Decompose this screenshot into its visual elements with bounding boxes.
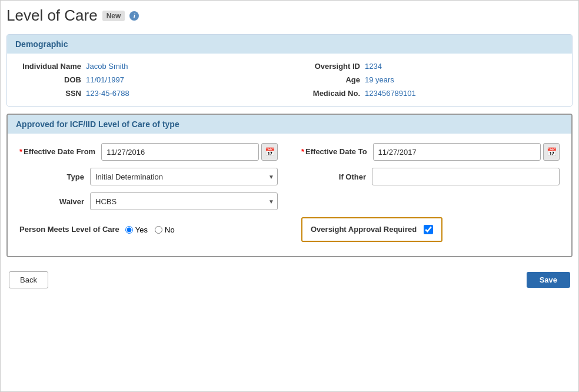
effective-to-label: *Effective Date To	[301, 147, 367, 157]
radio-no-label[interactable]: No	[155, 225, 175, 234]
oversight-approval-label: Oversight Approval Required	[311, 224, 417, 235]
back-button[interactable]: Back	[9, 271, 48, 288]
person-meets-field-row: Person Meets Level of Care Yes No	[19, 217, 278, 242]
waiver-field-row: Waiver HCBS Other ▼	[19, 192, 278, 210]
ssn-label: SSN	[16, 89, 81, 98]
medicaid-row: Medicaid No. 123456789101	[295, 89, 563, 98]
waiver-label: Waiver	[19, 197, 84, 206]
page-title-row: Level of Care New i	[6, 6, 573, 25]
individual-name-value: Jacob Smith	[86, 62, 128, 71]
oversight-container: Oversight Approval Required	[301, 217, 560, 242]
demographic-header: Demographic	[7, 35, 572, 54]
page-title: Level of Care	[6, 6, 98, 25]
effective-to-calendar-btn[interactable]: 📅	[543, 143, 560, 161]
effective-from-input-wrap: 📅	[101, 143, 278, 161]
medicaid-value: 123456789101	[365, 89, 416, 98]
if-other-label: If Other	[301, 172, 366, 181]
radio-yes-label[interactable]: Yes	[125, 225, 148, 234]
dob-value: 11/01/1997	[86, 75, 124, 84]
person-meets-label: Person Meets Level of Care	[19, 224, 119, 235]
save-button[interactable]: Save	[527, 272, 570, 288]
approved-header: Approved for ICF/IID Level of Care of ty…	[8, 115, 571, 134]
demographic-grid: Individual Name Jacob Smith DOB 11/01/19…	[16, 62, 563, 98]
waiver-select[interactable]: HCBS Other	[90, 192, 278, 210]
radio-no-input[interactable]	[155, 226, 162, 234]
oversight-id-value: 1234	[365, 62, 382, 71]
effective-date-from-input[interactable]	[101, 143, 259, 161]
effective-from-row: *Effective Date From 📅	[19, 143, 278, 161]
medicaid-label: Medicaid No.	[295, 89, 360, 98]
person-meets-row: Person Meets Level of Care Yes No	[19, 217, 560, 242]
approved-section: Approved for ICF/IID Level of Care of ty…	[6, 114, 573, 257]
approved-body: *Effective Date From 📅 *Effective Date T…	[8, 134, 571, 256]
waiver-select-wrap: HCBS Other ▼	[90, 192, 278, 210]
individual-name-label: Individual Name	[16, 62, 81, 71]
radio-yes-input[interactable]	[125, 226, 133, 234]
effective-date-to-input[interactable]	[373, 143, 541, 161]
dob-row: DOB 11/01/1997	[16, 75, 284, 84]
new-badge: New	[102, 11, 125, 21]
dob-label: DOB	[16, 75, 81, 84]
waiver-right-empty	[301, 192, 560, 210]
effective-from-label: *Effective Date From	[19, 147, 95, 157]
oversight-approval-box: Oversight Approval Required	[301, 217, 442, 242]
age-label: Age	[295, 75, 360, 84]
ssn-row: SSN 123-45-6788	[16, 89, 284, 98]
oversight-id-label: Oversight ID	[295, 62, 360, 71]
effective-to-input-wrap: 📅	[373, 143, 560, 161]
person-meets-radio-group: Yes No	[125, 225, 175, 234]
effective-to-row: *Effective Date To 📅	[301, 143, 560, 161]
info-icon[interactable]: i	[129, 11, 139, 21]
demographic-section: Demographic Individual Name Jacob Smith …	[6, 34, 573, 107]
type-label: Type	[19, 172, 84, 181]
type-field-row: Type Initial Determination Re-determinat…	[19, 168, 278, 185]
if-other-input[interactable]	[372, 168, 560, 185]
page-wrapper: Level of Care New i Demographic Individu…	[0, 0, 579, 392]
demographic-left: Individual Name Jacob Smith DOB 11/01/19…	[16, 62, 284, 98]
individual-name-row: Individual Name Jacob Smith	[16, 62, 284, 71]
age-value: 19 years	[365, 75, 394, 84]
effective-from-calendar-btn[interactable]: 📅	[261, 143, 278, 161]
type-select-wrap: Initial Determination Re-determination O…	[90, 168, 278, 185]
ssn-value: 123-45-6788	[86, 89, 129, 98]
if-other-row: If Other	[301, 168, 560, 185]
dates-row: *Effective Date From 📅 *Effective Date T…	[19, 143, 560, 161]
required-star-to: *	[301, 147, 304, 156]
age-row: Age 19 years	[295, 75, 563, 84]
type-row: Type Initial Determination Re-determinat…	[19, 168, 560, 185]
waiver-row: Waiver HCBS Other ▼	[19, 192, 560, 210]
demographic-right: Oversight ID 1234 Age 19 years Medicaid …	[295, 62, 563, 98]
demographic-body: Individual Name Jacob Smith DOB 11/01/19…	[7, 54, 572, 106]
required-star-from: *	[19, 147, 22, 156]
radio-no-text: No	[165, 225, 175, 234]
oversight-id-row: Oversight ID 1234	[295, 62, 563, 71]
radio-yes-text: Yes	[135, 225, 148, 234]
type-select[interactable]: Initial Determination Re-determination O…	[90, 168, 278, 185]
page-footer: Back Save	[6, 267, 573, 293]
oversight-approval-checkbox[interactable]	[424, 225, 433, 234]
